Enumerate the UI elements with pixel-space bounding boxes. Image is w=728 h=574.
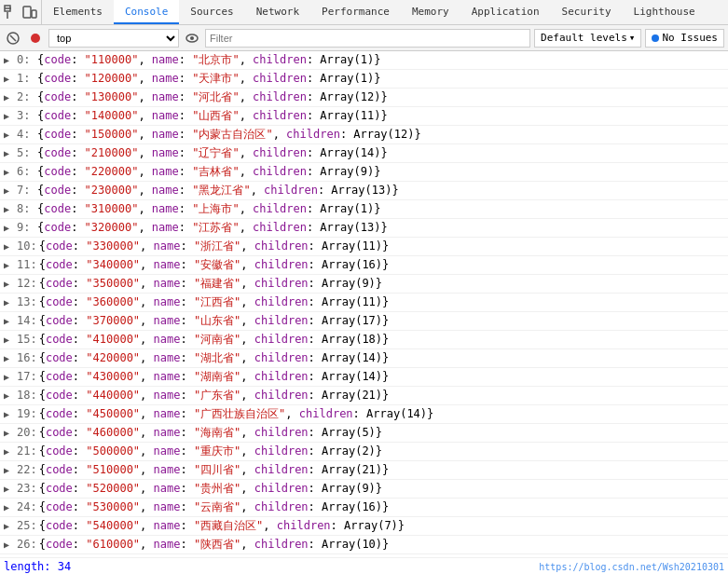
svg-rect-4 [32,10,36,18]
expand-arrow[interactable]: ▶ [4,517,13,535]
expand-arrow[interactable]: ▶ [4,554,13,557]
table-row: ▶7: {code: "230000", name: "黑龙江省", child… [0,182,728,200]
row-content: {code: "530000", name: "云南省", children: … [39,499,390,515]
tab-memory[interactable]: Memory [401,0,460,24]
expand-arrow[interactable]: ▶ [4,424,13,442]
filter-input[interactable] [205,29,530,48]
table-row: ▶6: {code: "220000", name: "吉林省", childr… [0,163,728,182]
eye-icon[interactable] [183,29,201,48]
tab-lighthouse[interactable]: Lighthouse [623,0,707,24]
expand-arrow[interactable]: ▶ [4,368,13,386]
table-row: ▶3: {code: "140000", name: "山西省", childr… [0,107,728,126]
table-row: ▶11: {code: "340000", name: "安徽省", child… [0,256,728,275]
row-index: 17: [17,368,37,385]
expand-arrow[interactable]: ▶ [4,443,13,460]
tab-network[interactable]: Network [245,0,310,24]
row-content: {code: "430000", name: "湖南省", children: … [39,368,390,385]
svg-line-6 [10,35,16,41]
chevron-down-icon: ▾ [629,32,636,44]
expand-arrow[interactable]: ▶ [4,89,13,106]
tab-security[interactable]: Security [551,0,623,24]
tab-application[interactable]: Application [460,0,551,24]
svg-rect-3 [23,7,31,18]
table-row: ▶1: {code: "120000", name: "天津市", childr… [0,70,728,89]
expand-arrow[interactable]: ▶ [4,294,13,311]
row-content: {code: "370000", name: "山东省", children: … [39,312,390,329]
row-content: {code: "330000", name: "浙江省", children: … [39,238,390,254]
row-index: 20: [17,424,37,441]
row-content: {code: "140000", name: "山西省", children: … [37,107,388,124]
expand-arrow[interactable]: ▶ [4,499,13,516]
expand-arrow[interactable]: ▶ [4,256,13,274]
expand-arrow[interactable]: ▶ [4,312,13,330]
row-index: 6: [17,163,35,180]
tab-performance[interactable]: Performance [310,0,401,24]
table-row: ▶18: {code: "440000", name: "广东省", child… [0,387,728,405]
row-content: {code: "420000", name: "湖北省", children: … [39,349,390,366]
row-content: {code: "310000", name: "上海市", children: … [37,200,380,217]
row-index: 7: [17,182,35,198]
row-content: {code: "440000", name: "广东省", children: … [39,387,390,403]
clear-console-button[interactable] [4,29,22,48]
expand-arrow[interactable]: ▶ [4,275,13,293]
row-index: 22: [17,461,37,478]
row-content: {code: "210000", name: "辽宁省", children: … [37,144,388,161]
table-row: ▶15: {code: "410000", name: "河南省", child… [0,331,728,349]
expand-arrow[interactable]: ▶ [4,480,13,498]
row-content: {code: "510000", name: "四川省", children: … [39,461,390,478]
expand-arrow[interactable]: ▶ [4,461,13,479]
table-row: ▶24: {code: "530000", name: "云南省", child… [0,499,728,517]
expand-arrow[interactable]: ▶ [4,200,13,218]
tab-elements[interactable]: Elements [42,0,114,24]
row-index: 10: [17,238,37,254]
row-index: 1: [17,70,35,87]
row-content: {code: "540000", name: "西藏自治区", children… [39,517,405,534]
no-issues-badge[interactable]: No Issues [645,29,724,48]
table-row: ▶26: {code: "610000", name: "陕西省", child… [0,536,728,554]
row-content: {code: "460000", name: "海南省", children: … [39,424,382,441]
device-toggle-icon[interactable] [22,5,37,20]
context-selector[interactable]: top [48,29,179,48]
table-row: ▶16: {code: "420000", name: "湖北省", child… [0,349,728,368]
default-levels-button[interactable]: Default levels ▾ [534,29,641,48]
row-content: {code: "130000", name: "河北省", children: … [37,89,388,105]
table-row: ▶20: {code: "460000", name: "海南省", child… [0,424,728,443]
row-index: 25: [17,517,37,534]
expand-arrow[interactable]: ▶ [4,144,13,162]
table-row: ▶13: {code: "360000", name: "江西省", child… [0,294,728,312]
expand-arrow[interactable]: ▶ [4,126,13,144]
table-row: ▶21: {code: "500000", name: "重庆市", child… [0,443,728,461]
table-row: ▶5: {code: "210000", name: "辽宁省", childr… [0,144,728,163]
row-content: {code: "230000", name: "黑龙江省", children:… [37,182,399,198]
row-content: {code: "120000", name: "天津市", children: … [37,70,380,87]
inspect-icon[interactable] [4,5,19,20]
row-content: {code: "220000", name: "吉林省", children: … [37,163,380,180]
expand-arrow[interactable]: ▶ [4,107,13,125]
table-row: ▶4: {code: "150000", name: "内蒙古自治区", chi… [0,126,728,144]
expand-arrow[interactable]: ▶ [4,163,13,181]
expand-arrow[interactable]: ▶ [4,70,13,88]
expand-arrow[interactable]: ▶ [4,219,13,237]
expand-arrow[interactable]: ▶ [4,51,13,69]
expand-arrow[interactable]: ▶ [4,349,13,367]
row-content: {code: "110000", name: "北京市", children: … [37,51,380,68]
expand-arrow[interactable]: ▶ [4,182,13,199]
svg-point-9 [190,36,194,40]
row-index: 19: [17,405,37,422]
row-index: 13: [17,294,37,310]
row-index: 8: [17,200,35,217]
stop-recording-button[interactable] [26,29,45,48]
tab-sources[interactable]: Sources [179,0,244,24]
expand-arrow[interactable]: ▶ [4,238,13,255]
expand-arrow[interactable]: ▶ [4,405,13,423]
tab-console[interactable]: Console [114,0,179,24]
row-index: 11: [17,256,37,273]
table-row: ▶8: {code: "310000", name: "上海市", childr… [0,200,728,219]
expand-arrow[interactable]: ▶ [4,387,13,404]
table-row: ▶9: {code: "320000", name: "江苏省", childr… [0,219,728,238]
devtools-nav-bar: Elements Console Sources Network Perform… [0,0,728,25]
row-index: 16: [17,349,37,366]
table-row: ▶17: {code: "430000", name: "湖南省", child… [0,368,728,387]
expand-arrow[interactable]: ▶ [4,536,13,554]
expand-arrow[interactable]: ▶ [4,331,13,348]
